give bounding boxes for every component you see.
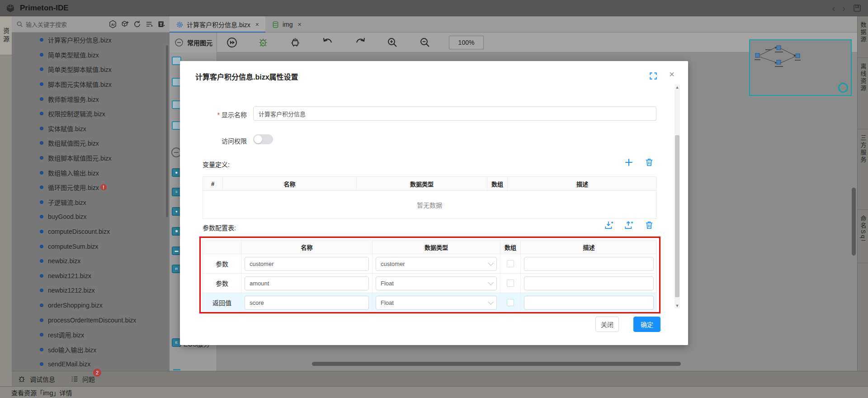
file-item[interactable]: 数组输入输出.bizx	[12, 165, 170, 180]
file-item[interactable]: computeSum.bizx	[12, 239, 170, 254]
param-type-select[interactable]: Float	[376, 276, 497, 290]
export-parameters-icon[interactable]	[624, 220, 634, 230]
file-item[interactable]: processOrderItemDiscount.bizx	[12, 313, 170, 327]
param-type-select[interactable]: customer	[376, 257, 497, 271]
debug-info-tab[interactable]: 调试信息	[18, 374, 55, 384]
display-name-input[interactable]	[253, 106, 656, 121]
rail-tab-named-sql[interactable]: 命名Sql	[858, 210, 868, 263]
param-desc-input[interactable]	[524, 257, 654, 271]
file-item[interactable]: 循环图元使用.bizx!	[12, 180, 170, 195]
param-name-input[interactable]	[245, 276, 369, 290]
minimap-zoom-handle[interactable]	[838, 83, 848, 93]
bullet-icon	[40, 185, 43, 189]
delete-parameter-icon[interactable]	[644, 220, 654, 230]
locate-resource-icon[interactable]	[157, 20, 166, 29]
file-item[interactable]: 子逻辑流.bizx	[12, 195, 170, 210]
file-item[interactable]: computeDiscount.bizx	[12, 224, 170, 239]
test-icon[interactable]	[288, 35, 302, 50]
rail-tab-offline-resources[interactable]: 离线资源	[858, 58, 868, 129]
file-item[interactable]: newbiz.bizx	[12, 254, 170, 269]
tab-close-icon[interactable]: ×	[255, 21, 259, 28]
scrollbar-thumb[interactable]	[675, 135, 679, 297]
import-parameters-icon[interactable]	[604, 220, 614, 230]
add-variable-icon[interactable]	[624, 157, 634, 167]
file-item[interactable]: sendEMail.bizx	[12, 357, 170, 371]
array-checkbox[interactable]	[507, 260, 514, 267]
file-item[interactable]: newbiz121.bizx	[12, 269, 170, 284]
file-item[interactable]: 脚本图元实体赋值.bizx	[12, 77, 170, 92]
access-label: 访问权限	[206, 136, 247, 145]
file-item[interactable]: 数组赋值图元.bizx	[12, 136, 170, 151]
nav-forward-icon[interactable]: ›	[842, 4, 845, 13]
file-item[interactable]: 计算客户积分信息.bizx	[12, 33, 170, 47]
file-item[interactable]: rest调用.bizx	[12, 327, 170, 342]
fullscreen-icon[interactable]	[649, 72, 657, 80]
param-name-input[interactable]	[245, 296, 369, 310]
bullet-icon	[40, 200, 43, 204]
access-toggle[interactable]	[253, 134, 273, 144]
zoom-out-icon[interactable]	[418, 35, 432, 50]
bullet-icon	[40, 112, 43, 115]
svg-text:AI: AI	[111, 23, 114, 27]
debug-label: 调试信息	[30, 374, 55, 384]
problems-label: 问题	[82, 374, 95, 384]
app-logo-icon	[5, 3, 15, 13]
parameters-label: 参数配置表:	[203, 223, 236, 232]
file-item[interactable]: orderShopping.bizx	[12, 298, 170, 313]
param-desc-input[interactable]	[524, 276, 654, 290]
bullet-icon	[40, 303, 43, 307]
canvas-vertical-scrollbar[interactable]	[852, 188, 856, 256]
file-item[interactable]: newbiz1212.bizx	[12, 283, 170, 298]
canvas-horizontal-scrollbar[interactable]	[312, 362, 681, 366]
scroll-up-icon[interactable]: ▲	[675, 85, 680, 90]
explorer-header: 输入关键字搜索 AI	[12, 16, 170, 33]
close-button[interactable]: 关闭	[595, 317, 619, 332]
param-name-input[interactable]	[245, 257, 369, 271]
rail-tab-thirdparty-services[interactable]: 三方服务	[858, 129, 868, 210]
tab-label: 计算客户积分信息.bizx	[187, 20, 250, 29]
palette-item-icon[interactable]	[173, 369, 180, 370]
delete-variable-icon[interactable]	[644, 157, 654, 167]
file-item[interactable]: sdo输入输出.bizx	[12, 342, 170, 357]
zoom-level[interactable]: 100%	[449, 36, 484, 49]
param-type-select[interactable]: Float	[376, 296, 497, 310]
collapse-list-icon[interactable]	[145, 20, 154, 29]
save-icon[interactable]	[853, 4, 862, 13]
file-item[interactable]: 简单类型脚本赋值.bizx	[12, 62, 170, 77]
debug-run-icon[interactable]	[256, 35, 271, 50]
problems-list-icon	[71, 375, 79, 383]
close-icon[interactable]: ×	[669, 69, 675, 80]
param-kind: 参数	[216, 279, 228, 288]
tab-close-icon[interactable]: ×	[298, 21, 302, 28]
file-item[interactable]: 数组脚本赋值图元.bizx	[12, 151, 170, 166]
scroll-down-icon[interactable]: ▼	[675, 303, 680, 308]
nav-back-icon[interactable]: ‹	[832, 4, 835, 13]
file-item[interactable]: 实体赋值.bizx	[12, 121, 170, 136]
file-item[interactable]: buyGood.bizx	[12, 209, 170, 224]
refresh-icon[interactable]	[132, 20, 142, 29]
file-item[interactable]: 教师新增服务.bizx	[12, 91, 170, 106]
tab-bizx-editor[interactable]: 计算客户积分信息.bizx ×	[170, 16, 265, 33]
array-checkbox[interactable]	[507, 299, 514, 306]
tab-img[interactable]: img ×	[265, 16, 308, 33]
problems-tab[interactable]: 问题 2	[71, 374, 95, 384]
redo-icon[interactable]	[353, 35, 368, 50]
run-icon[interactable]	[225, 35, 239, 50]
file-item[interactable]: 权限控制逻辑流.bizx	[12, 106, 170, 121]
minimap[interactable]	[749, 39, 852, 96]
file-item[interactable]: 简单类型赋值.bizx	[12, 47, 170, 62]
param-desc-input[interactable]	[524, 296, 654, 310]
ai-icon[interactable]: AI	[108, 20, 117, 29]
rail-tab-resources[interactable]: 资源	[0, 16, 12, 55]
new-resource-icon[interactable]	[120, 20, 129, 29]
palette-header[interactable]: 常用图元	[170, 33, 217, 52]
rail-tab-datasource[interactable]: 数据源	[858, 16, 868, 58]
undo-icon[interactable]	[321, 35, 335, 50]
confirm-button[interactable]: 确定	[633, 317, 660, 332]
zoom-in-icon[interactable]	[385, 35, 400, 50]
search-input[interactable]: 输入关键字搜索	[12, 20, 108, 28]
explorer-scrollbar[interactable]	[166, 45, 168, 217]
parameter-row-selected: 返回值 Float	[203, 293, 656, 312]
dialog-scrollbar[interactable]: ▲ ▼	[675, 85, 680, 308]
array-checkbox[interactable]	[507, 280, 514, 287]
